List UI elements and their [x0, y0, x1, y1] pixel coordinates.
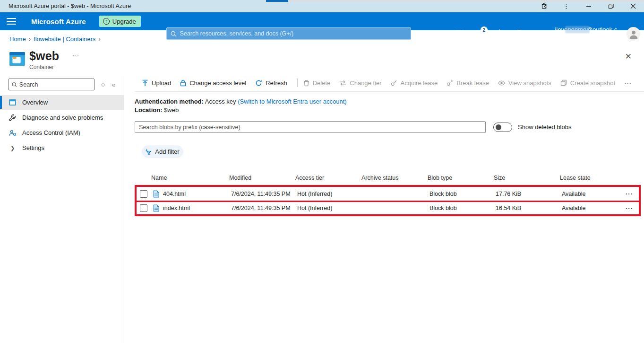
- col-access-tier[interactable]: Access tier: [295, 175, 361, 181]
- page-subtitle: Container: [29, 64, 79, 70]
- highlight-annotation-box: 404.html 7/6/2024, 11:49:35 PM Hot (Infe…: [135, 185, 641, 216]
- tool-label: Break lease: [456, 79, 489, 87]
- blob-access-tier: Hot (Inferred): [297, 205, 363, 211]
- row-context-menu[interactable]: ···: [626, 190, 640, 197]
- search-icon: [171, 31, 177, 37]
- sidebar-item-diagnose[interactable]: Diagnose and solve problems: [0, 110, 124, 125]
- global-search-box[interactable]: [166, 27, 411, 40]
- auth-method-line: Authentication method: Access key (Switc…: [135, 97, 644, 106]
- collapse-sidebar-icon[interactable]: «: [112, 81, 115, 88]
- account-info[interactable]: ijeyenenmo@outlook.c... DEFAULT DIRECTOR…: [555, 26, 622, 39]
- col-lease-state[interactable]: Lease state: [560, 175, 624, 181]
- settings-gear-icon[interactable]: [495, 29, 504, 38]
- break-lease-button[interactable]: Break lease: [447, 79, 489, 87]
- add-filter-icon: [146, 149, 152, 155]
- blob-size: 17.76 KiB: [496, 191, 562, 197]
- auth-method-value: Access key: [205, 98, 236, 105]
- show-deleted-blobs-toggle[interactable]: [493, 123, 512, 132]
- blob-name[interactable]: 404.html: [163, 191, 186, 197]
- people-icon: [9, 130, 17, 136]
- blob-name[interactable]: index.html: [163, 205, 190, 211]
- blob-search-box[interactable]: [135, 121, 486, 133]
- azure-top-nav: Microsoft Azure ↑ Upgrade 2 ijeyenenmo@o…: [0, 12, 644, 30]
- change-tier-button[interactable]: Change tier: [339, 79, 381, 87]
- refresh-icon: [255, 79, 262, 87]
- blob-modified: 7/6/2024, 11:49:35 PM: [231, 191, 297, 197]
- switch-auth-link[interactable]: (Switch to Microsoft Entra user account): [238, 98, 346, 105]
- azure-brand[interactable]: Microsoft Azure: [31, 18, 86, 26]
- view-snapshots-button[interactable]: View snapshots: [498, 79, 551, 87]
- avatar[interactable]: [627, 27, 640, 41]
- tool-label: Delete: [313, 79, 331, 87]
- location-label: Location:: [135, 106, 163, 114]
- toolbar-separator: [135, 91, 644, 92]
- breadcrumb-containers[interactable]: flowebsite | Containers: [34, 35, 95, 43]
- cloud-shell-icon[interactable]: [455, 29, 464, 38]
- broken-lease-icon: [447, 79, 453, 86]
- refresh-button[interactable]: Refresh: [255, 79, 287, 87]
- add-filter-button[interactable]: Add filter: [142, 145, 183, 158]
- tab-strip: [288, 0, 644, 2]
- upgrade-button[interactable]: ↑ Upgrade: [99, 16, 141, 27]
- tool-label: Upload: [152, 79, 171, 87]
- notifications-bell-icon[interactable]: 2: [475, 29, 484, 38]
- sidebar-search-box[interactable]: [9, 79, 94, 90]
- help-icon[interactable]: [515, 29, 524, 38]
- acquire-lease-button[interactable]: Acquire lease: [391, 79, 438, 87]
- table-row[interactable]: 404.html 7/6/2024, 11:49:35 PM Hot (Infe…: [137, 187, 639, 201]
- eye-icon: [498, 80, 505, 86]
- snapshot-copy-icon: [560, 79, 567, 86]
- table-row[interactable]: index.html 7/6/2024, 11:49:35 PM Hot (In…: [137, 201, 639, 214]
- ellipsis-icon: ···: [624, 79, 632, 87]
- table-header-row: Name Modified Access tier Archive status…: [135, 171, 644, 185]
- notification-count-badge: 2: [481, 26, 488, 34]
- col-size[interactable]: Size: [494, 175, 560, 181]
- sidebar-item-label: Access Control (IAM): [22, 129, 80, 136]
- global-search-input[interactable]: [180, 30, 407, 37]
- sidebar-search-input[interactable]: [19, 81, 91, 88]
- blob-size: 16.54 KiB: [496, 205, 562, 211]
- row-checkbox[interactable]: [140, 190, 147, 198]
- sidebar-item-settings[interactable]: ❯ Settings: [0, 141, 124, 155]
- change-access-level-button[interactable]: Change access level: [180, 79, 246, 87]
- blob-modified: 7/6/2024, 11:49:35 PM: [231, 205, 297, 211]
- upload-icon: [142, 79, 148, 87]
- upgrade-label: Upgrade: [112, 18, 136, 25]
- feedback-icon[interactable]: [534, 29, 544, 38]
- tab-loading-indicator: [266, 0, 288, 2]
- col-blob-type[interactable]: Blob type: [428, 175, 494, 181]
- page-header: $web ... Container: [9, 49, 79, 70]
- col-archive-status[interactable]: Archive status: [361, 175, 428, 181]
- col-modified[interactable]: Modified: [229, 175, 295, 181]
- container-icon: [9, 52, 25, 66]
- location-value: $web: [164, 106, 179, 114]
- pin-icon[interactable]: ◇: [101, 81, 105, 88]
- tool-label: Change tier: [350, 79, 381, 87]
- create-snapshot-button[interactable]: Create snapshot: [560, 79, 615, 87]
- trash-icon: [303, 79, 309, 87]
- toolbar-overflow-button[interactable]: ···: [624, 79, 632, 87]
- chevron-right-icon: ❯: [9, 145, 17, 151]
- upload-button[interactable]: Upload: [142, 79, 171, 87]
- breadcrumb-home[interactable]: Home: [9, 35, 26, 43]
- directory-name: DEFAULT DIRECTORY: [555, 34, 622, 39]
- row-checkbox[interactable]: [140, 204, 147, 212]
- blob-filter-row: Show deleted blobs: [135, 121, 644, 133]
- overview-icon: [9, 99, 17, 106]
- delete-button[interactable]: Delete: [303, 79, 331, 87]
- breadcrumb-separator: ›: [98, 35, 100, 43]
- upgrade-arrow-icon: ↑: [103, 18, 110, 25]
- col-name[interactable]: Name: [151, 175, 229, 181]
- hamburger-menu-icon[interactable]: [0, 21, 23, 22]
- sidebar-item-overview[interactable]: Overview: [0, 95, 124, 110]
- search-icon: [12, 82, 17, 88]
- title-overflow-menu[interactable]: ...: [72, 50, 79, 58]
- blob-lease-state: Available: [562, 191, 626, 197]
- blob-search-input[interactable]: [139, 124, 481, 131]
- row-context-menu[interactable]: ···: [626, 205, 640, 212]
- page-title: $web: [29, 49, 59, 63]
- sidebar-item-access-control[interactable]: Access Control (IAM): [0, 125, 124, 140]
- blade-close-icon[interactable]: ✕: [625, 52, 632, 62]
- breadcrumb-separator: ›: [29, 35, 31, 43]
- tool-label: Refresh: [266, 79, 287, 87]
